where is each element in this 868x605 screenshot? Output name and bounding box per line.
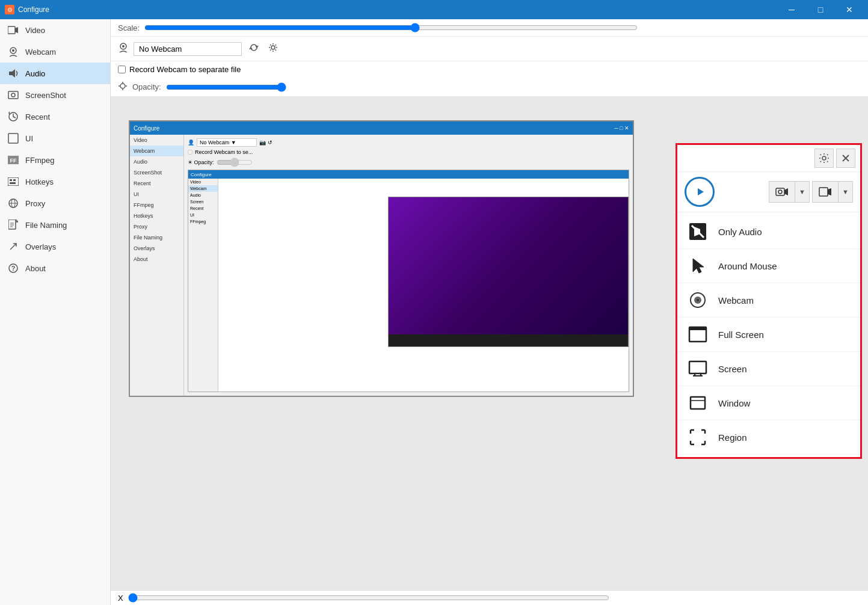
preview-area: Configure ─ □ ✕ Video Webcam Audio Scree… (111, 96, 868, 605)
about-icon: ? (7, 262, 19, 274)
screenshot-icon (7, 89, 19, 101)
source-item-region[interactable]: Region (677, 420, 860, 455)
sidebar: Video Webcam Audio ScreenShot Recent (0, 19, 111, 605)
sidebar-item-audio[interactable]: Audio (0, 63, 110, 84)
sidebar-item-ffmpeg[interactable]: FF FFmpeg (0, 149, 110, 171)
svg-text:⚙: ⚙ (7, 7, 13, 13)
svg-marker-41 (784, 188, 788, 195)
source-item-screen[interactable]: Screen (677, 352, 860, 386)
popup-gear-button[interactable] (814, 149, 834, 168)
ss-nested: Configure Video Webcam Audio Screen Rece… (188, 170, 629, 392)
sidebar-item-about[interactable]: ? About (0, 257, 110, 279)
sidebar-item-overlays[interactable]: Overlays (0, 236, 110, 257)
ss-body: Video Webcam Audio ScreenShot Recent UI … (130, 135, 633, 396)
webcam-toolbar: No Webcam (111, 37, 868, 61)
scale-slider[interactable] (144, 23, 638, 32)
svg-rect-52 (689, 327, 706, 330)
sidebar-item-ui[interactable]: UI (0, 127, 110, 149)
region-label: Region (718, 432, 747, 443)
screen-icon (687, 358, 709, 379)
ss-nested-si-ss: Screen (188, 198, 218, 205)
close-button[interactable]: ✕ (836, 0, 863, 19)
ss-si-ui: UI (130, 189, 183, 200)
svg-marker-6 (9, 69, 15, 78)
ss-si-screenshot: ScreenShot (130, 167, 183, 178)
svg-text:FF: FF (10, 158, 17, 164)
ss-nested-content (218, 179, 629, 392)
sidebar-item-hotkeys[interactable]: Hotkeys (0, 171, 110, 192)
x-label: X (118, 594, 123, 603)
opacity-label: Opacity: (132, 82, 161, 91)
app-container: Video Webcam Audio ScreenShot Recent (0, 19, 868, 605)
sidebar-item-screenshot[interactable]: ScreenShot (0, 84, 110, 106)
popup-play-button[interactable] (685, 177, 715, 207)
brightness-icon (118, 81, 128, 93)
popup-video-button[interactable] (812, 181, 839, 203)
ss-nested-si-webcam: Webcam (188, 185, 218, 192)
source-webcam-icon (687, 289, 709, 311)
ss-si-hotkeys: Hotkeys (130, 210, 183, 221)
ss-main: 👤 No Webcam ▼ 📷 ↺ Record Webcam to se...… (184, 135, 633, 396)
ss-si-audio: Audio (130, 156, 183, 167)
sidebar-label-ffmpeg: FFmpeg (25, 156, 54, 165)
ss-si-recent: Recent (130, 178, 183, 189)
proxy-icon (7, 197, 19, 209)
sidebar-label-file-naming: File Naming (25, 221, 67, 230)
popup-camera-dropdown-button[interactable]: ▼ (795, 181, 810, 203)
window-label: Window (718, 398, 750, 408)
content-area: Scale: No Webcam Record Webcam to separa… (111, 19, 868, 605)
sidebar-item-proxy[interactable]: Proxy (0, 192, 110, 214)
settings-webcam-button[interactable] (266, 41, 280, 56)
video-icon (7, 24, 19, 36)
x-slider[interactable] (128, 593, 609, 603)
svg-point-35 (822, 156, 826, 160)
webcam-toolbar-icon (118, 42, 129, 55)
source-item-full-screen[interactable]: Full Screen (677, 318, 860, 352)
sidebar-item-webcam[interactable]: Webcam (0, 41, 110, 63)
svg-rect-57 (691, 397, 705, 409)
sidebar-item-video[interactable]: Video (0, 19, 110, 41)
sidebar-item-file-naming[interactable]: File Naming (0, 214, 110, 236)
ffmpeg-icon: FF (7, 154, 19, 166)
svg-rect-7 (8, 91, 18, 99)
svg-rect-20 (8, 220, 16, 229)
svg-rect-16 (10, 182, 16, 184)
source-item-around-mouse[interactable]: Around Mouse (677, 249, 860, 283)
webcam-select[interactable]: No Webcam (134, 42, 242, 56)
maximize-button[interactable]: □ (807, 0, 834, 19)
ss-si-video: Video (130, 135, 183, 146)
svg-point-30 (120, 84, 125, 88)
record-separate-checkbox[interactable] (118, 66, 126, 73)
sidebar-label-overlays: Overlays (25, 242, 56, 251)
popup-close-button[interactable] (836, 149, 855, 168)
sidebar-item-recent[interactable]: Recent (0, 106, 110, 127)
svg-rect-2 (8, 26, 15, 34)
sidebar-label-webcam: Webcam (25, 48, 56, 57)
source-item-only-audio[interactable]: Only Audio (677, 215, 860, 249)
svg-rect-13 (8, 177, 19, 186)
ss-nested-body: Video Webcam Audio Screen Recent UI FFmp… (188, 179, 629, 392)
audio-icon (7, 67, 19, 79)
minimize-button[interactable]: ─ (778, 0, 805, 19)
scale-label: Scale: (118, 23, 140, 32)
opacity-slider[interactable] (166, 82, 286, 92)
svg-rect-53 (689, 361, 706, 373)
around-mouse-icon (687, 255, 709, 277)
popup-video-dropdown-button[interactable]: ▼ (839, 181, 853, 203)
source-item-webcam[interactable]: Webcam (677, 283, 860, 318)
svg-point-40 (778, 190, 782, 194)
svg-point-28 (122, 45, 125, 48)
x-row: X (111, 590, 868, 605)
ss-si-proxy: Proxy (130, 221, 183, 232)
refresh-webcam-button[interactable] (247, 41, 261, 56)
record-separate-label[interactable]: Record Webcam to separate file (129, 65, 241, 74)
svg-marker-47 (693, 259, 704, 273)
ss-si-overlays: Overlays (130, 243, 183, 254)
popup-play-area: ▼ ▼ (677, 172, 860, 212)
ss-nested-si-recent: Recent (188, 205, 218, 212)
svg-marker-38 (698, 188, 704, 195)
source-item-window[interactable]: Window (677, 386, 860, 420)
source-menu: Only Audio Around Mouse (677, 212, 860, 457)
popup-camera-button[interactable] (769, 181, 795, 203)
ss-si-ffmpeg: FFmpeg (130, 200, 183, 210)
